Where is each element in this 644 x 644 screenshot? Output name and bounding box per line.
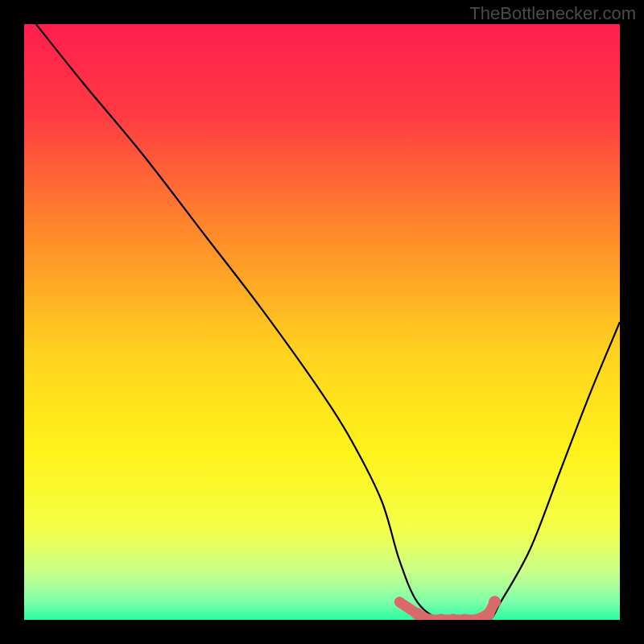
optimal-range-markers <box>394 596 501 620</box>
optimal-point <box>489 596 501 608</box>
bottleneck-curve <box>36 24 620 620</box>
attribution-text: TheBottlenecker.com <box>469 3 636 24</box>
optimal-point <box>411 608 423 620</box>
chart-curve-layer <box>24 24 620 620</box>
optimal-point <box>394 597 404 607</box>
chart-plot-area <box>24 24 620 620</box>
optimal-point <box>483 608 495 620</box>
